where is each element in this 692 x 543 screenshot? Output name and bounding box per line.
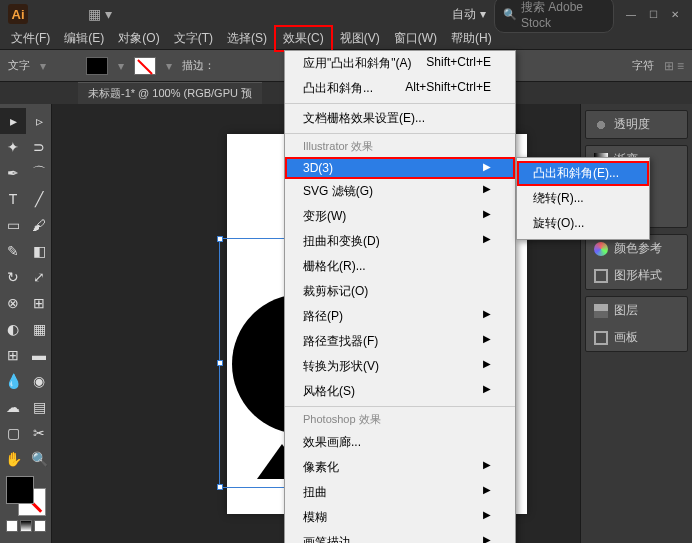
menu-crop-marks[interactable]: 裁剪标记(O) [285,279,515,304]
blend-tool[interactable]: ◉ [26,368,52,394]
scale-tool[interactable]: ⤢ [26,264,52,290]
stroke-label: 描边： [182,58,215,73]
menu-svg-filter[interactable]: SVG 滤镜(G)▶ [285,179,515,204]
menu-apply-extrude[interactable]: 应用"凸出和斜角"(A)Shift+Ctrl+E [285,51,515,76]
stroke-swatch[interactable] [134,57,156,75]
shape-builder-tool[interactable]: ◐ [0,316,26,342]
panel-graphic-styles[interactable]: 图形样式 [586,262,687,289]
perspective-tool[interactable]: ▦ [26,316,52,342]
gradient-tool[interactable]: ▬ [26,342,52,368]
mode-none[interactable] [34,520,46,532]
document-tab[interactable]: 未标题-1* @ 100% (RGB/GPU 预 [78,82,262,104]
menu-blur[interactable]: 模糊▶ [285,505,515,530]
menu-pathfinder[interactable]: 路径查找器(F)▶ [285,329,515,354]
panel-artboards[interactable]: 画板 [586,324,687,351]
width-tool[interactable]: ⊗ [0,290,26,316]
shaper-tool[interactable]: ✎ [0,238,26,264]
close-button[interactable]: ✕ [666,7,684,21]
brush-tool[interactable]: 🖌 [26,212,52,238]
pen-tool[interactable]: ✒ [0,160,26,186]
menu-extrude-bevel[interactable]: 凸出和斜角...Alt+Shift+Ctrl+E [285,76,515,101]
submenu-extrude-bevel[interactable]: 凸出和斜角(E)... [517,161,649,186]
menu-3d[interactable]: 3D(3)▶ [285,157,515,179]
panel-transparency[interactable]: 透明度 [586,111,687,138]
menu-file[interactable]: 文件(F) [4,27,57,50]
menu-pixelate[interactable]: 像素化▶ [285,455,515,480]
menu-warp[interactable]: 变形(W)▶ [285,204,515,229]
free-transform-tool[interactable]: ⊞ [26,290,52,316]
eyedropper-tool[interactable]: 💧 [0,368,26,394]
type-tool[interactable]: T [0,186,26,212]
menu-object[interactable]: 对象(O) [111,27,166,50]
fill-swatch[interactable] [86,57,108,75]
section-photoshop: Photoshop 效果 [285,409,515,430]
symbol-tool[interactable]: ☁ [0,394,26,420]
menu-distort-ps[interactable]: 扭曲▶ [285,480,515,505]
submenu-revolve[interactable]: 绕转(R)... [517,186,649,211]
mode-color[interactable] [6,520,18,532]
selection-tool[interactable]: ▸ [0,108,26,134]
menu-brush-strokes[interactable]: 画笔描边▶ [285,530,515,543]
menu-doc-raster[interactable]: 文档栅格效果设置(E)... [285,106,515,131]
rectangle-tool[interactable]: ▭ [0,212,26,238]
effect-menu-dropdown: 应用"凸出和斜角"(A)Shift+Ctrl+E 凸出和斜角...Alt+Shi… [284,50,516,543]
menu-effect[interactable]: 效果(C) [274,25,333,52]
artboard-tool[interactable]: ▢ [0,420,26,446]
menu-type[interactable]: 文字(T) [167,27,220,50]
submenu-rotate[interactable]: 旋转(O)... [517,211,649,236]
char-label[interactable]: 字符 [632,58,654,73]
graph-tool[interactable]: ▤ [26,394,52,420]
maximize-button[interactable]: ☐ [644,7,662,21]
panel-layers[interactable]: 图层 [586,297,687,324]
toolbox: ▸ ▹ ✦ ⊃ ✒ ⌒ T ╱ ▭ 🖌 ✎ ◧ ↻ ⤢ ⊗ ⊞ ◐ ▦ ⊞ ▬ … [0,104,52,543]
lasso-tool[interactable]: ⊃ [26,134,52,160]
mesh-tool[interactable]: ⊞ [0,342,26,368]
curvature-tool[interactable]: ⌒ [26,160,52,186]
menu-help[interactable]: 帮助(H) [444,27,499,50]
menu-effect-gallery[interactable]: 效果画廊... [285,430,515,455]
menu-convert-shape[interactable]: 转换为形状(V)▶ [285,354,515,379]
hand-tool[interactable]: ✋ [0,446,26,472]
menu-rasterize[interactable]: 栅格化(R)... [285,254,515,279]
rotate-tool[interactable]: ↻ [0,264,26,290]
fill-stroke-swatches[interactable] [6,476,46,516]
slice-tool[interactable]: ✂ [26,420,52,446]
menu-path[interactable]: 路径(P)▶ [285,304,515,329]
menu-stylize[interactable]: 风格化(S)▶ [285,379,515,404]
eraser-tool[interactable]: ◧ [26,238,52,264]
stock-search-input[interactable]: 🔍 搜索 Adobe Stock [494,0,614,33]
zoom-tool[interactable]: 🔍 [26,446,52,472]
mode-gradient[interactable] [20,520,32,532]
app-icon: Ai [8,4,28,24]
line-tool[interactable]: ╱ [26,186,52,212]
layout-picker-icon[interactable]: ▦ ▾ [88,6,112,22]
section-illustrator: Illustrator 效果 [285,136,515,157]
type-label: 文字 [8,58,30,73]
workspace-dropdown[interactable]: 自动 ▾ [452,6,486,23]
magic-wand-tool[interactable]: ✦ [0,134,26,160]
menu-window[interactable]: 窗口(W) [387,27,444,50]
menu-distort-transform[interactable]: 扭曲和变换(D)▶ [285,229,515,254]
menu-edit[interactable]: 编辑(E) [57,27,111,50]
menu-select[interactable]: 选择(S) [220,27,274,50]
direct-selection-tool[interactable]: ▹ [26,108,52,134]
menu-view[interactable]: 视图(V) [333,27,387,50]
3d-submenu: 凸出和斜角(E)... 绕转(R)... 旋转(O)... [516,157,650,240]
minimize-button[interactable]: — [622,7,640,21]
